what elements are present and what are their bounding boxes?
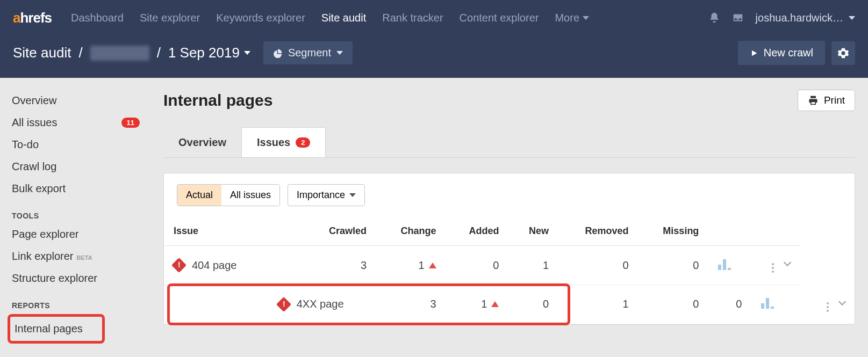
up-triangle-icon (491, 301, 499, 307)
cell-crawled: 3 (376, 285, 446, 324)
breadcrumb-root[interactable]: Site audit (13, 45, 71, 61)
cell-actions (800, 285, 855, 324)
issue-cell: 404 page (174, 259, 259, 272)
logo[interactable]: ahrefs (13, 10, 52, 26)
sidebar-item-bulk-export[interactable]: Bulk export (12, 178, 150, 200)
nav-content-explorer[interactable]: Content explorer (460, 12, 539, 24)
print-icon (808, 95, 819, 106)
col-actions (751, 217, 800, 246)
new-crawl-button[interactable]: New crawl (738, 41, 825, 65)
sidebar-item-link-explorer[interactable]: Link explorerBETA (12, 245, 150, 267)
cell-actions (751, 246, 800, 285)
error-icon (276, 297, 291, 312)
sidebar: Overview All issues 11 To-do Crawl log B… (0, 78, 150, 344)
col-removed[interactable]: Removed (558, 217, 639, 246)
nav-dashboard[interactable]: Dashboard (71, 12, 124, 24)
tab-badge: 2 (296, 137, 310, 148)
col-spark (708, 217, 751, 246)
sidebar-label: All issues (12, 116, 57, 129)
title-row: Internal pages Print (163, 90, 855, 111)
nav-label: Dashboard (71, 12, 124, 24)
table-row[interactable]: 4XX page 3 1 0 1 0 0 (164, 285, 855, 324)
main-layout: Overview All issues 11 To-do Crawl log B… (0, 78, 868, 344)
issues-panel: Actual All issues Importance Issue Crawl… (163, 173, 855, 325)
cell-change: 1 (376, 246, 446, 285)
toggle-all-issues[interactable]: All issues (221, 185, 279, 206)
tab-overview[interactable]: Overview (163, 127, 241, 157)
more-menu-icon[interactable] (766, 261, 779, 275)
chevron-down-icon (244, 51, 250, 55)
breadcrumb-sep: / (157, 45, 161, 61)
cell-removed: 0 (639, 285, 709, 324)
user-menu[interactable]: joshua.hardwick… (756, 12, 855, 24)
sidebar-item-internal-pages[interactable]: Internal pages (10, 318, 94, 340)
col-crawled[interactable]: Crawled (269, 217, 376, 246)
date-dropdown[interactable]: 1 Sep 2019 (168, 45, 250, 61)
sidebar-label: Bulk export (12, 183, 66, 195)
nav-site-explorer[interactable]: Site explorer (140, 12, 200, 24)
table-row[interactable]: 404 page 3 1 0 1 0 0 (164, 246, 855, 285)
importance-dropdown[interactable]: Importance (288, 184, 365, 206)
toggle-actual[interactable]: Actual (177, 185, 221, 206)
tab-label: Overview (178, 136, 226, 149)
main-content: Internal pages Print Overview Issues 2 A… (150, 78, 868, 344)
pie-icon (273, 48, 283, 58)
sidebar-item-todo[interactable]: To-do (12, 134, 150, 156)
sidebar-item-crawl-log[interactable]: Crawl log (12, 156, 150, 178)
user-name: joshua.hardwick… (756, 12, 843, 24)
sidebar-label: Page explorer (12, 228, 79, 241)
tab-label: Issues (257, 136, 290, 149)
issues-table: Issue Crawled Change Added New Removed M… (164, 217, 855, 324)
sidebar-item-overview[interactable]: Overview (12, 90, 150, 112)
sidebar-label: Overview (12, 94, 56, 107)
settings-button[interactable] (831, 41, 855, 65)
date-label: 1 Sep 2019 (168, 45, 240, 61)
sidebar-item-all-issues[interactable]: All issues 11 (12, 112, 150, 134)
sidebar-item-page-explorer[interactable]: Page explorer (12, 223, 150, 245)
sparkline-icon (761, 297, 774, 309)
nav-more[interactable]: More (555, 12, 589, 24)
sparkline-icon (718, 258, 731, 270)
nav-keywords-explorer[interactable]: Keywords explorer (216, 12, 305, 24)
sub-nav: Site audit / / 1 Sep 2019 Segment New cr… (0, 35, 868, 78)
cell-spark (708, 246, 751, 285)
issue-cell: 4XX page (278, 298, 367, 310)
up-triangle-icon (429, 263, 436, 268)
cell-missing: 0 (639, 246, 709, 285)
segment-label: Segment (288, 47, 331, 59)
toggle-label: All issues (230, 190, 271, 200)
col-change[interactable]: Change (376, 217, 446, 246)
col-new[interactable]: New (508, 217, 558, 246)
sidebar-label: Internal pages (15, 323, 83, 335)
chevron-down-icon (583, 16, 589, 20)
table-header-row: Issue Crawled Change Added New Removed M… (164, 217, 855, 246)
print-button[interactable]: Print (798, 90, 855, 111)
breadcrumb-sep: / (78, 45, 82, 61)
cell-new: 1 (558, 285, 639, 324)
tab-issues[interactable]: Issues 2 (241, 127, 326, 157)
sidebar-heading-tools: TOOLS (12, 212, 150, 220)
chevron-down-icon[interactable] (838, 297, 846, 305)
inbox-icon[interactable] (732, 12, 744, 24)
gear-icon (837, 47, 849, 59)
col-issue[interactable]: Issue (164, 217, 269, 246)
nav-label: Site explorer (140, 12, 200, 24)
chevron-down-icon[interactable] (784, 259, 791, 266)
col-added[interactable]: Added (446, 217, 509, 246)
sidebar-item-structure-explorer[interactable]: Structure explorer (12, 267, 150, 289)
logo-a: a (13, 10, 20, 26)
play-icon (750, 49, 758, 57)
cell-missing: 0 (708, 285, 751, 324)
issues-badge: 11 (121, 118, 140, 128)
bell-icon[interactable] (708, 12, 720, 24)
cell-crawled: 3 (269, 246, 376, 285)
nav-rank-tracker[interactable]: Rank tracker (382, 12, 443, 24)
col-missing[interactable]: Missing (639, 217, 709, 246)
logo-rest: hrefs (20, 10, 52, 26)
more-menu-icon[interactable] (821, 300, 834, 314)
tabs: Overview Issues 2 (163, 127, 855, 158)
issue-name: 404 page (192, 259, 236, 272)
chevron-down-icon (349, 193, 356, 197)
nav-site-audit[interactable]: Site audit (321, 12, 366, 24)
segment-button[interactable]: Segment (263, 41, 353, 64)
